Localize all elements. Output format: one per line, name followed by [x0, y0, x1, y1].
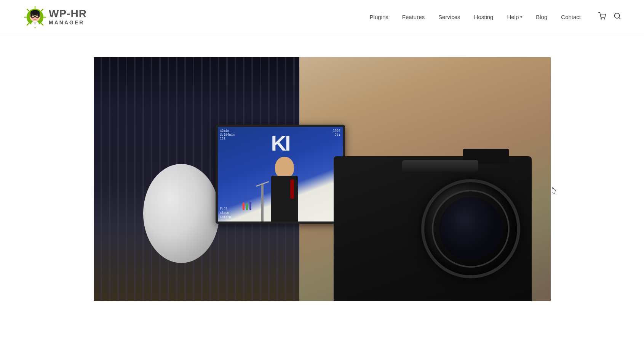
nav-icon-group	[598, 12, 621, 22]
hud-bottom-left: FLCS close intern	[220, 207, 231, 219]
screen-letter: KI	[271, 131, 289, 156]
logo-brand: WP-HR	[49, 8, 87, 20]
nav-hosting[interactable]: Hosting	[474, 14, 494, 20]
logo-brand-text: WP-HR	[49, 8, 87, 19]
hero-image: 42min 3:104min 153 1920 50i FLCS close i…	[94, 57, 551, 301]
camera-body	[334, 156, 532, 301]
logo-icon	[23, 5, 47, 29]
screen-mic-2	[246, 203, 248, 210]
screen-mic-3	[249, 202, 251, 210]
svg-line-7	[42, 9, 43, 11]
svg-line-8	[27, 23, 29, 25]
camera-lens	[421, 179, 520, 278]
person-tie	[290, 180, 294, 199]
search-icon[interactable]	[614, 12, 621, 22]
nav-help[interactable]: Help ▾	[507, 14, 522, 20]
white-sphere	[143, 164, 219, 263]
nav-features[interactable]: Features	[402, 14, 425, 20]
logo-area[interactable]: WP-HR MANAGER	[23, 5, 87, 29]
screen-person	[264, 153, 305, 221]
svg-line-21	[619, 18, 620, 19]
camera-lens-inner	[432, 190, 510, 268]
screen-content: 42min 3:104min 153 1920 50i FLCS close i…	[218, 127, 343, 221]
camera-viewfinder: 42min 3:104min 153 1920 50i FLCS close i…	[216, 125, 345, 224]
person-suit	[271, 176, 298, 221]
hud-top-right: 1920 50i	[333, 129, 340, 137]
screen-podium	[261, 183, 264, 221]
screen-mic-1	[243, 202, 244, 210]
nav-contact[interactable]: Contact	[561, 14, 581, 20]
hero-image-container: 42min 3:104min 153 1920 50i FLCS close i…	[94, 57, 551, 301]
main-content: 42min 3:104min 153 1920 50i FLCS close i…	[0, 57, 644, 301]
nav-blog[interactable]: Blog	[536, 14, 547, 20]
camera-lens-core	[439, 197, 502, 260]
main-nav: Plugins Features Services Hosting Help ▾…	[370, 12, 621, 22]
site-header: WP-HR MANAGER Plugins Features Services …	[0, 0, 644, 34]
hud-top-left: 42min 3:104min 153	[220, 129, 235, 141]
svg-point-18	[601, 19, 602, 19]
cart-icon[interactable]	[598, 12, 606, 22]
screen-mics	[243, 202, 251, 210]
logo-subtitle: MANAGER	[49, 20, 87, 26]
person-head	[275, 157, 294, 178]
nav-services[interactable]: Services	[438, 14, 460, 20]
camera-handle	[402, 160, 478, 172]
logo-text: WP-HR MANAGER	[49, 8, 87, 26]
svg-line-6	[42, 23, 43, 25]
svg-point-19	[604, 19, 605, 19]
svg-line-5	[27, 9, 29, 11]
nav-plugins[interactable]: Plugins	[370, 14, 388, 20]
help-chevron-icon: ▾	[520, 15, 522, 19]
